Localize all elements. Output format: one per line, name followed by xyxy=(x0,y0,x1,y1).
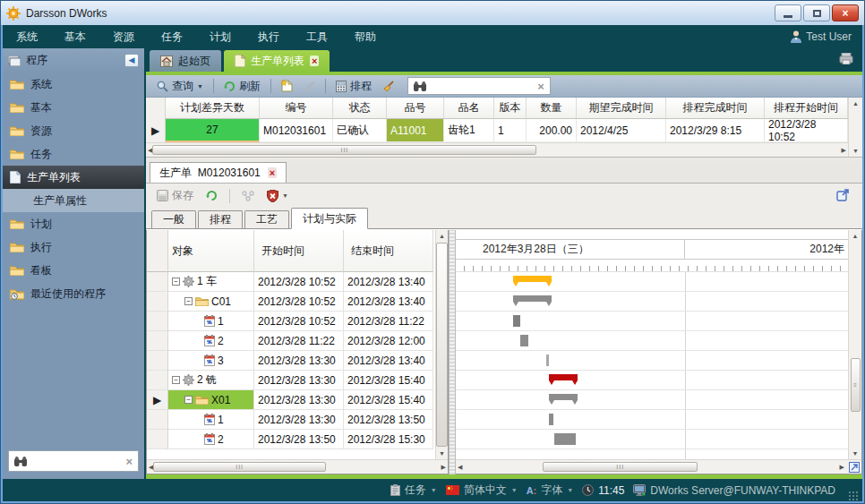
scroll-thumb[interactable]: III xyxy=(152,145,536,155)
scroll-thumb[interactable]: III xyxy=(543,462,698,472)
scroll-right-icon[interactable]: ▶ xyxy=(840,461,844,474)
menu-system[interactable]: 系统 xyxy=(3,30,51,45)
col-header[interactable]: 计划差异天数 xyxy=(166,98,260,119)
col-header[interactable]: 状态 xyxy=(333,98,387,119)
gantt-vscrollbar[interactable]: ▲ ≡ ▼ xyxy=(848,230,861,459)
scroll-thumb[interactable] xyxy=(436,243,448,447)
close-button[interactable]: × xyxy=(832,4,859,21)
save-button[interactable]: 保存 xyxy=(153,187,197,204)
scroll-up-icon[interactable]: ▲ xyxy=(852,230,859,242)
tree-row-selected[interactable]: ▶ −X01 2012/3/28 13:30 2012/3/28 15:40 xyxy=(147,390,435,410)
scroll-right-icon[interactable]: ▶ xyxy=(441,461,446,474)
col-header[interactable]: 结束时间 xyxy=(344,230,433,272)
grid-data-row[interactable]: ▶ 27 M012031601 已确认 A11001 齿轮1 1 200.00 … xyxy=(146,119,848,142)
toolbar-search-input[interactable]: × xyxy=(407,77,551,95)
tree-row[interactable]: 2 2012/3/28 13:50 2012/3/28 15:30 xyxy=(147,430,435,449)
status-language-selector[interactable]: 简体中文 ▼ xyxy=(446,483,518,498)
subtab-close-icon[interactable]: × xyxy=(268,167,277,178)
col-header[interactable]: 排程开始时间 xyxy=(765,98,848,119)
sidebar-item-task[interactable]: 任务 xyxy=(3,142,144,166)
tab-plan-vs-actual[interactable]: 计划与实际 xyxy=(291,208,368,229)
tree-row[interactable]: −1 车 2012/3/28 10:52 2012/3/28 13:40 xyxy=(147,272,435,292)
status-task-selector[interactable]: 任务 ▼ xyxy=(390,483,437,498)
clear-search-icon[interactable]: × xyxy=(537,80,544,93)
col-header[interactable]: 品号 xyxy=(387,98,444,119)
menu-tools[interactable]: 工具 xyxy=(293,30,341,45)
gantt-bar-summary[interactable] xyxy=(549,394,578,400)
collapse-toggle[interactable]: − xyxy=(184,297,193,305)
splitter-handle[interactable] xyxy=(449,230,456,474)
col-header[interactable]: 版本 xyxy=(494,98,527,119)
popout-icon[interactable] xyxy=(836,188,850,201)
sidebar-item-production-order-list[interactable]: 生产单列表 xyxy=(3,166,144,189)
scroll-down-icon[interactable]: ▼ xyxy=(852,145,859,157)
refresh-button[interactable]: 刷新 xyxy=(220,78,264,95)
scroll-up-icon[interactable]: ▲ xyxy=(439,230,445,242)
tree-row[interactable]: −2 铣 2012/3/28 13:30 2012/3/28 15:40 xyxy=(147,371,435,390)
minimize-button[interactable] xyxy=(775,4,801,21)
scroll-thumb[interactable]: ≡ xyxy=(851,358,861,412)
collapse-toggle[interactable]: − xyxy=(184,396,193,404)
scroll-down-icon[interactable]: ▼ xyxy=(439,448,445,459)
clear-search-icon[interactable]: × xyxy=(125,455,133,468)
tab-general[interactable]: 一般 xyxy=(151,210,196,228)
tab-process[interactable]: 工艺 xyxy=(244,210,289,228)
refresh-detail-button[interactable] xyxy=(202,189,221,202)
sidebar-item-production-order-props[interactable]: 生产单属性 xyxy=(3,189,144,212)
clean-button[interactable] xyxy=(379,80,398,93)
menu-execute[interactable]: 执行 xyxy=(244,30,293,45)
tree-row[interactable]: 2 2012/3/28 11:22 2012/3/28 12:00 xyxy=(147,331,435,351)
gantt-bar-task[interactable] xyxy=(513,315,520,327)
gantt-bar-summary[interactable] xyxy=(513,295,552,302)
tree-row[interactable]: 1 2012/3/28 13:30 2012/3/28 13:50 xyxy=(147,410,435,430)
sidebar-search-input[interactable]: × xyxy=(8,450,139,472)
gantt-popout-icon[interactable] xyxy=(846,459,861,474)
col-header[interactable]: 期望完成时间 xyxy=(577,98,666,119)
scroll-left-icon[interactable]: ◀ xyxy=(458,461,462,474)
status-font-selector[interactable]: A: 字体 ▼ xyxy=(527,483,574,498)
grid-hscrollbar[interactable]: ◀ III ▶ xyxy=(146,142,848,157)
menu-plan[interactable]: 计划 xyxy=(196,30,244,45)
col-header[interactable]: 品名 xyxy=(444,98,494,119)
sidebar-item-recent-programs[interactable]: 最近使用的程序 xyxy=(3,282,144,305)
sidebar-item-plan[interactable]: 计划 xyxy=(3,212,144,235)
sidebar-item-kanban[interactable]: 看板 xyxy=(3,259,144,282)
gantt-bar-task[interactable] xyxy=(520,335,528,346)
menu-resource[interactable]: 资源 xyxy=(99,30,148,45)
gantt-hscrollbar[interactable]: ◀ III ▶ xyxy=(456,459,846,474)
menu-basic[interactable]: 基本 xyxy=(51,30,99,45)
grid-vscrollbar[interactable]: ▲ ▼ xyxy=(848,98,862,157)
tab-home[interactable]: 起始页 xyxy=(150,50,221,72)
menu-task[interactable]: 任务 xyxy=(148,30,196,45)
col-header[interactable]: 开始时间 xyxy=(254,230,344,272)
tree-row[interactable]: 1 2012/3/28 10:52 2012/3/28 11:22 xyxy=(147,312,435,331)
tab-schedule[interactable]: 排程 xyxy=(198,210,243,228)
menu-help[interactable]: 帮助 xyxy=(341,30,390,45)
query-button[interactable]: 查询 ▼ xyxy=(153,78,207,95)
collapse-toggle[interactable]: − xyxy=(172,278,180,286)
schedule-button[interactable]: 排程 xyxy=(332,78,375,95)
gantt-bar-task[interactable] xyxy=(549,414,553,425)
order-subtab[interactable]: 生产单 M012031601 × xyxy=(150,162,287,183)
scroll-down-icon[interactable]: ▼ xyxy=(852,448,859,459)
sidebar-item-system[interactable]: 系统 xyxy=(3,73,144,96)
current-user[interactable]: Test User xyxy=(791,30,852,43)
sidebar-item-basic[interactable]: 基本 xyxy=(3,96,144,119)
tab-production-order-list[interactable]: 生产单列表 × xyxy=(224,50,330,72)
hierarchy-button[interactable] xyxy=(238,190,258,202)
col-header[interactable]: 编号 xyxy=(260,98,333,119)
scroll-thumb[interactable]: III xyxy=(153,462,326,472)
tree-row[interactable]: 3 2012/3/28 13:30 2012/3/28 13:40 xyxy=(147,351,435,371)
tree-hscrollbar[interactable]: ◀ III ▶ xyxy=(147,459,448,474)
maximize-button[interactable] xyxy=(803,4,830,21)
scroll-right-icon[interactable]: ▶ xyxy=(842,144,846,157)
tab-close-icon[interactable]: × xyxy=(310,56,319,66)
validate-button[interactable]: ▼ xyxy=(263,189,292,203)
gantt-bar-summary[interactable] xyxy=(549,374,578,380)
gantt-bar-task[interactable] xyxy=(546,355,549,366)
resize-grip[interactable] xyxy=(848,491,859,501)
gantt-bar-task[interactable] xyxy=(554,433,576,445)
col-header[interactable]: 排程完成时间 xyxy=(666,98,765,119)
tree-row[interactable]: −C01 2012/3/28 10:52 2012/3/28 13:40 xyxy=(147,292,435,312)
new-button[interactable] xyxy=(278,79,296,93)
